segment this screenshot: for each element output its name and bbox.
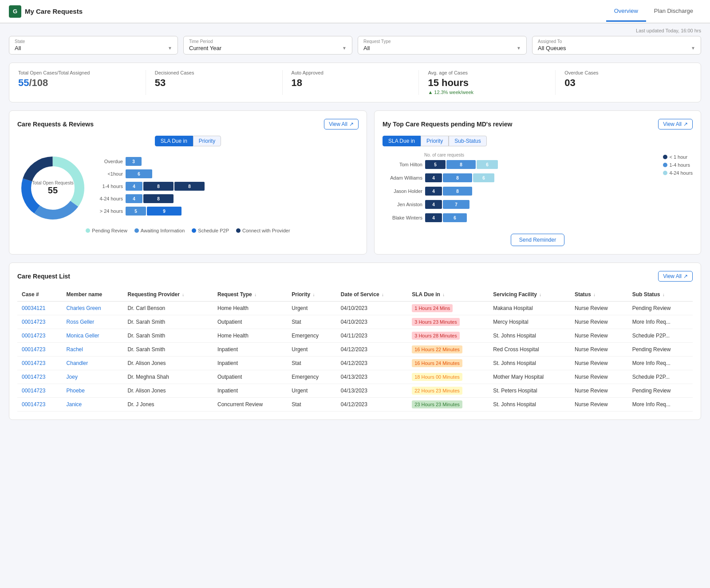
bar-label-1hr: <1hour <box>93 171 123 176</box>
type-cell: Inpatient <box>213 343 287 357</box>
external-link-icon: ↗ <box>683 273 688 279</box>
provider-cell: Dr. Alison Jones <box>123 357 213 370</box>
md-seg: 4 <box>425 200 442 209</box>
table-scroll-container[interactable]: Case # Member name Requesting Provider ↓… <box>17 288 693 412</box>
chart-tab-sla[interactable]: SLA Due in <box>155 136 193 146</box>
sla-badge: 16 Hours 24 Minutes <box>412 359 462 367</box>
status-cell: Nurse Review <box>570 357 628 370</box>
care-legend: Pending Review Awaiting Information Sche… <box>17 228 359 233</box>
col-type[interactable]: Request Type ↓ <box>213 288 287 302</box>
donut-center: Total Open Requests 55 <box>32 180 73 196</box>
facility-cell: Mother Mary Hospital <box>489 370 570 384</box>
care-requests-panel: Care Requests & Reviews View All ↗ SLA D… <box>9 110 367 255</box>
member-link[interactable]: Ross Geller <box>62 315 123 329</box>
sub-status-cell: Schedule P2P... <box>628 329 693 343</box>
stat-open-cases-value: 55/108 <box>18 77 137 89</box>
col-sub-status[interactable]: Sub Status ↓ <box>628 288 693 302</box>
legend-connect-provider: Connect with Provider <box>236 228 290 233</box>
tab-overview[interactable]: Overview <box>606 1 646 22</box>
facility-cell: St. Johns Hospital <box>489 329 570 343</box>
bar-label-overdue: Overdue <box>93 159 123 164</box>
sub-status-cell: Pending Review <box>628 343 693 357</box>
priority-cell: Urgent <box>287 384 336 398</box>
date-cell: 04/11/2023 <box>336 329 407 343</box>
sla-badge: 22 Hours 23 Minutes <box>412 387 462 395</box>
md-tab-sub-status[interactable]: Sub-Status <box>449 136 486 146</box>
case-link[interactable]: 00014723 <box>17 370 62 384</box>
case-link[interactable]: 00014723 <box>17 315 62 329</box>
stat-decisioned: Decisioned Cases 53 <box>155 70 283 95</box>
md-tab-sla[interactable]: SLA Due in <box>383 136 421 146</box>
date-cell: 04/12/2023 <box>336 398 407 412</box>
type-cell: Inpatient <box>213 384 287 398</box>
md-review-view-all[interactable]: View All ↗ <box>658 119 693 129</box>
case-link[interactable]: 00034121 <box>17 302 62 315</box>
case-link[interactable]: 00014723 <box>17 398 62 412</box>
md-bar-segs: 4 6 <box>425 213 467 222</box>
member-link[interactable]: Rachel <box>62 343 123 357</box>
md-bar-segs: 4 7 <box>425 200 469 209</box>
col-provider[interactable]: Requesting Provider ↓ <box>123 288 213 302</box>
legend-label: < 1 hour <box>669 154 687 160</box>
stat-overdue-value: 03 <box>564 77 683 89</box>
assigned-to-filter[interactable]: Assigned To All Queues ▼ <box>532 36 701 55</box>
member-link[interactable]: Charles Green <box>62 302 123 315</box>
state-filter-arrow: ▼ <box>168 46 172 51</box>
member-link[interactable]: Phoebe <box>62 384 123 398</box>
member-link[interactable]: Chandler <box>62 357 123 370</box>
type-cell: Home Health <box>213 329 287 343</box>
care-requests-view-all[interactable]: View All ↗ <box>324 119 359 129</box>
col-date[interactable]: Date of Service ↓ <box>336 288 407 302</box>
table-row: 00014723 Janice Dr. J Jones Concurrent R… <box>17 398 693 412</box>
date-cell: 04/12/2023 <box>336 343 407 357</box>
legend-awaiting-info: Awaiting Information <box>134 228 185 233</box>
md-bar-segs: 4 8 <box>425 187 472 196</box>
app-header: G My Care Requests Overview Plan Dischar… <box>0 0 710 23</box>
table-body: 00034121 Charles Green Dr. Carl Benson H… <box>17 302 693 412</box>
case-link[interactable]: 00014723 <box>17 343 62 357</box>
col-priority[interactable]: Priority ↓ <box>287 288 336 302</box>
col-sla[interactable]: SLA Due in ↓ <box>407 288 489 302</box>
md-bar-row-adam: Adam Williams 4 8 6 <box>383 173 658 182</box>
bar-seg: 6 <box>126 169 152 178</box>
priority-cell: Stat <box>287 357 336 370</box>
time-period-filter[interactable]: Time Period Current Year ▼ <box>183 36 352 55</box>
sla-badge: 1 Hours 24 Mins <box>412 304 453 312</box>
col-status[interactable]: Status ↓ <box>570 288 628 302</box>
legend-dot <box>192 228 196 233</box>
legend-label: Pending Review <box>92 228 127 233</box>
chart-tab-priority[interactable]: Priority <box>193 136 221 146</box>
member-link[interactable]: Joey <box>62 370 123 384</box>
case-link[interactable]: 00014723 <box>17 329 62 343</box>
provider-cell: Dr. J Jones <box>123 398 213 412</box>
sla-cell: 16 Hours 24 Minutes <box>407 357 489 370</box>
care-requests-title: Care Requests & Reviews <box>17 121 94 128</box>
md-seg: 6 <box>473 173 494 182</box>
care-chart-tabs: SLA Due in Priority <box>17 136 359 146</box>
md-bar-segs: 4 8 6 <box>425 173 494 182</box>
assigned-to-label: Assigned To <box>538 39 695 44</box>
member-link[interactable]: Monica Geller <box>62 329 123 343</box>
md-bar-row-jason: Jason Holder 4 8 <box>383 187 658 196</box>
tab-plan-discharge[interactable]: Plan Discharge <box>646 1 701 22</box>
send-reminder-button[interactable]: Send Reminder <box>511 234 564 246</box>
md-tab-priority[interactable]: Priority <box>421 136 449 146</box>
request-type-filter[interactable]: Request Type All ▼ <box>358 36 527 55</box>
bar-segs-24hr-plus: 5 9 <box>126 207 181 216</box>
state-filter[interactable]: State All ▼ <box>9 36 178 55</box>
table-row: 00034121 Charles Green Dr. Carl Benson H… <box>17 302 693 315</box>
legend-dot <box>86 228 90 233</box>
md-review-title: My Top Care Requests pending MD's review <box>383 121 512 128</box>
bar-seg: 8 <box>174 182 205 191</box>
provider-cell: Dr. Sarah Smith <box>123 315 213 329</box>
col-facility[interactable]: Servicing Facility ↓ <box>489 288 570 302</box>
table-view-all[interactable]: View All ↗ <box>658 271 693 282</box>
legend-label: Connect with Provider <box>242 228 290 233</box>
md-bar-row-tom: Tom Hilton 5 8 6 <box>383 160 658 169</box>
member-link[interactable]: Janice <box>62 398 123 412</box>
case-link[interactable]: 00014723 <box>17 357 62 370</box>
provider-cell: Dr. Carl Benson <box>123 302 213 315</box>
header-nav: Overview Plan Discharge <box>606 1 701 22</box>
case-link[interactable]: 00014723 <box>17 384 62 398</box>
bar-seg: 8 <box>143 194 174 203</box>
